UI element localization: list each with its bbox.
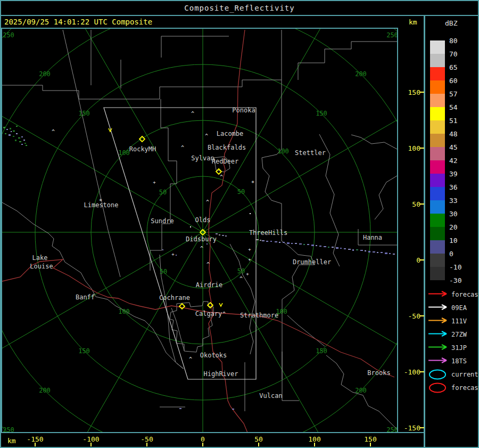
- colorbar-level: [430, 214, 445, 227]
- caret-marker-icon: ^: [181, 145, 184, 151]
- right-axis-tick-mark: [420, 92, 424, 93]
- right-axis-tick-mark: [420, 203, 424, 205]
- clutter-pixel: [222, 235, 224, 236]
- echo-pixel: [279, 242, 280, 243]
- echo-pixel: [283, 242, 285, 243]
- caret-marker-icon: ^: [191, 111, 194, 117]
- city-label: Ponoka: [232, 107, 255, 114]
- city-label: ThreeHills: [249, 229, 287, 237]
- plus-marker-icon: +: [248, 247, 251, 252]
- ring-distance-label: 100: [277, 148, 289, 155]
- echo-pixel: [291, 243, 293, 244]
- caret-marker-icon: ^: [207, 262, 210, 267]
- caret-marker-icon: ^: [52, 129, 55, 135]
- echo-pixel: [255, 239, 259, 240]
- clutter-pixel: [11, 131, 12, 132]
- right-axis-tick-label: 150: [397, 88, 420, 96]
- colorbar-level-label: -30: [449, 276, 461, 284]
- radial-line: [203, 232, 357, 432]
- colorbar-level: [430, 240, 445, 254]
- city-label: Olds: [195, 216, 211, 224]
- plus-marker-icon: +: [246, 271, 249, 276]
- bottom-axis-tick-mark: [370, 443, 371, 446]
- bottom-axis-tick-mark: [35, 443, 36, 446]
- colorbar-level-label: 54: [449, 103, 458, 111]
- clutter-pixel: [207, 243, 208, 245]
- colorbar-level-label: -10: [449, 263, 461, 271]
- boundary-line: [2, 80, 282, 99]
- boundary-line: [351, 135, 397, 149]
- colorbar-level: [430, 40, 445, 54]
- 27zw-arrow-icon: [427, 330, 450, 338]
- echo-pixel: [307, 244, 309, 245]
- boundary-line: [161, 36, 229, 58]
- legend-arrow: [427, 343, 450, 353]
- bottom-axis-tick-mark: [258, 443, 259, 446]
- ring-distance-label: 250: [3, 31, 14, 39]
- boundary-line: [375, 176, 397, 219]
- panel-divider: [424, 16, 425, 448]
- radial-line: [48, 232, 203, 432]
- echo-pixel: [340, 248, 342, 249]
- bottom-axis-tick-label: -100: [82, 435, 99, 443]
- clutter-pixel: [19, 141, 21, 142]
- clutter-pixel: [21, 136, 23, 137]
- right-axis-tick-mark: [420, 427, 424, 428]
- city-label: Cochrane: [159, 294, 190, 302]
- colorbar-level-label: 33: [449, 197, 458, 205]
- axis-border-segment: [398, 432, 424, 433]
- bottom-axis-tick-mark: [90, 443, 92, 446]
- echo-pixel: [360, 250, 363, 251]
- echo-pixel: [319, 246, 321, 247]
- radial-line: [48, 29, 203, 232]
- legend-arrow-label: forecast: [451, 291, 479, 298]
- boundary-line: [262, 30, 315, 379]
- timestamp-label: 2025/09/25 14:01:22 UTC Composite: [4, 18, 152, 26]
- echo-pixel: [260, 240, 261, 241]
- ring-distance-label: 200: [355, 387, 367, 394]
- clutter-pixel: [176, 255, 177, 256]
- clutter-pixel: [21, 144, 23, 145]
- colorbar-level: [430, 54, 445, 67]
- echo-pixel: [275, 241, 277, 242]
- clutter-pixel: [23, 140, 25, 141]
- ring-distance-label: 150: [78, 110, 90, 117]
- ring-distance-label: 150: [316, 347, 327, 355]
- clutter-pixel: [179, 408, 181, 409]
- city-label: Vulcan: [259, 392, 282, 400]
- colorbar-level-label: 0: [449, 250, 453, 258]
- boundary-line: [63, 30, 120, 277]
- dot-marker-icon: [190, 226, 191, 227]
- legend-arrow-label: 18TS: [451, 357, 467, 365]
- legend-ellipse-label: current: [451, 371, 478, 378]
- echo-pixel: [348, 249, 351, 250]
- clutter-pixel: [13, 131, 15, 132]
- city-label: Brooks: [367, 369, 390, 377]
- right-axis-tick-mark: [420, 315, 424, 316]
- radial-line: [2, 78, 203, 232]
- clutter-pixel: [3, 127, 5, 128]
- right-axis-tick-label: -100: [397, 368, 420, 376]
- echo-pixel: [352, 249, 354, 251]
- echo-pixel: [385, 252, 387, 254]
- caret-marker-icon: ^: [240, 276, 243, 282]
- city-label: Stettler: [295, 149, 326, 157]
- clutter-pixel: [10, 128, 11, 129]
- echo-pixel: [324, 246, 326, 247]
- city-label: Lake: [32, 254, 48, 262]
- city-label: Strathmore: [240, 312, 278, 319]
- ring-distance-label: 50: [160, 268, 167, 275]
- caret-marker-icon: ^: [205, 133, 208, 139]
- legend-arrow: [427, 330, 450, 340]
- echo-pixel: [336, 247, 338, 249]
- colorbar-level: [430, 160, 445, 174]
- forecast-arrow-icon: [427, 290, 450, 298]
- legend-forecast-ellipse-icon: [429, 383, 446, 393]
- clutter-pixel: [225, 235, 227, 237]
- plus-marker-icon: +: [153, 180, 156, 185]
- colorbar-level: [430, 174, 445, 187]
- city-label: Airdrie: [196, 281, 223, 289]
- clutter-pixel: [162, 249, 163, 250]
- bottom-axis-unit: km: [7, 437, 16, 445]
- city-label: Drumheller: [293, 258, 331, 266]
